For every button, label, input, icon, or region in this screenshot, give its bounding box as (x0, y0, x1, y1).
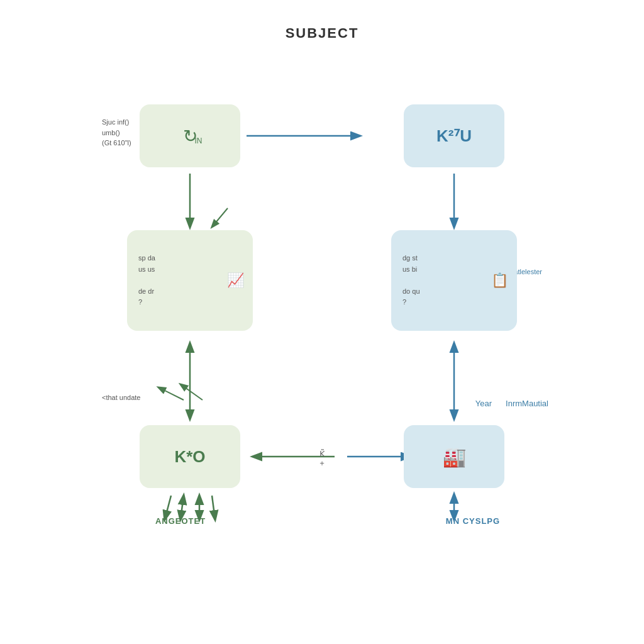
top-left-icon: ↻ IN (183, 126, 197, 147)
bottom-label-right: MN CYSLPG (423, 516, 523, 526)
arrow-label: K̃ (319, 449, 325, 458)
diagram-wrapper: Sjuc inf() umb() (Gt 610"l) ↻ IN K²⁷U <t… (102, 67, 542, 538)
svg-line-6 (158, 387, 184, 400)
top-right-label: K²⁷U (436, 126, 472, 146)
mid-right-box: dg st us bi do qu ? 📋 (391, 230, 517, 331)
mid-right-icon: 📋 (491, 272, 508, 289)
bot-right-icon: 🏭 (443, 446, 466, 468)
connector-area: K̃ + (319, 449, 325, 468)
bot-left-box: K*O (140, 425, 240, 488)
page-title: SUBJECT (286, 25, 359, 42)
top-left-box: ↻ IN (140, 104, 240, 167)
top-right-box: K²⁷U (404, 104, 504, 167)
mid-left-icon: 📈 (227, 272, 244, 289)
bottom-label-left: ANGEOTET (130, 516, 231, 526)
bot-right-box: 🏭 (404, 425, 504, 488)
annotation-bot-left: <that undate (102, 394, 140, 401)
mid-left-box: sp da us us de dr ? 📈 (127, 230, 253, 331)
mid-left-text: sp da us us de dr ? (138, 253, 155, 308)
bot-left-icon: K*O (174, 447, 205, 467)
annotation-info: InrmMautial (506, 399, 548, 408)
plus-symbol: + (319, 458, 325, 468)
svg-line-2 (212, 208, 228, 227)
mid-right-text: dg st us bi do qu ? (402, 253, 420, 308)
annotation-year: Year (475, 399, 492, 408)
diagram-container: SUBJECT (0, 0, 644, 644)
svg-line-7 (180, 384, 203, 400)
annotation-top-left: Sjuc inf() umb() (Gt 610"l) (102, 117, 131, 148)
